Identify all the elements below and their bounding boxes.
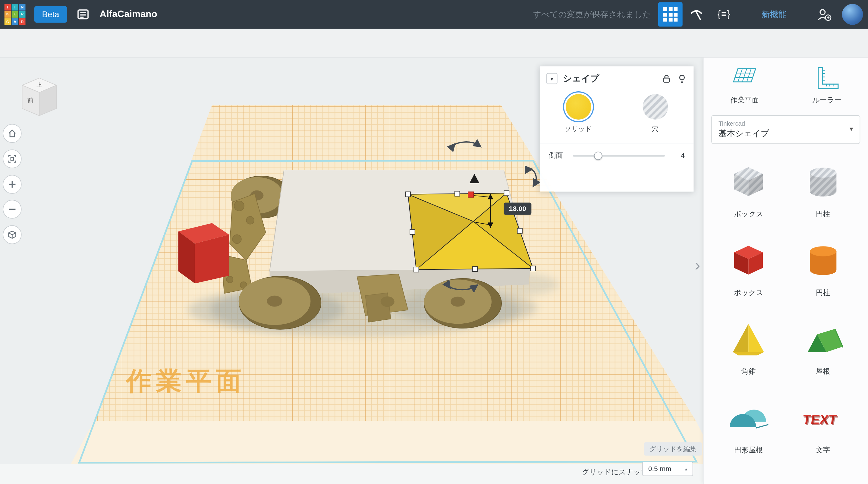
shape-label: ボックス: [734, 209, 764, 219]
sidebar-collapse-chevron[interactable]: ›: [695, 257, 700, 273]
snap-grid-label: グリッドにスナップ: [582, 465, 648, 480]
workplane-fade: [71, 421, 703, 464]
beta-button[interactable]: Beta: [34, 6, 67, 23]
red-box-shape[interactable]: [178, 223, 229, 283]
sides-value[interactable]: 4: [675, 151, 685, 160]
snap-grid-value: 0.5 mm: [643, 465, 684, 473]
sides-slider[interactable]: [573, 155, 665, 156]
viewcube-top-label: 上: [36, 82, 42, 88]
shape-tile-box-red[interactable]: ボックス: [715, 238, 782, 298]
new-features-link[interactable]: 新機能: [762, 0, 786, 29]
ruler-icon: [814, 65, 840, 91]
design-menu-icon[interactable]: [76, 8, 90, 21]
codeblocks-icon[interactable]: {≡}: [717, 0, 731, 29]
view-cube[interactable]: 上 前: [14, 72, 64, 122]
ruler-tool[interactable]: ルーラー: [786, 65, 868, 105]
ruler-tool-label: ルーラー: [812, 95, 841, 105]
slider-knob[interactable]: [594, 151, 602, 160]
shape-label: 円形屋根: [734, 445, 763, 455]
transparent-box-icon: [726, 159, 771, 204]
yellow-pyramid-icon: [726, 317, 771, 361]
save-status: すべての変更が保存されました: [533, 0, 651, 29]
logo-tile: A: [12, 19, 18, 25]
home-view-button[interactable]: [3, 124, 22, 143]
plus-icon: [8, 180, 17, 189]
workplane-tool[interactable]: 作業平面: [704, 65, 786, 105]
solid-option[interactable]: ソリッド: [540, 94, 617, 134]
fit-view-button[interactable]: [3, 149, 22, 168]
panel-collapse-button[interactable]: ▾: [547, 73, 558, 84]
action-toolbar: [0, 29, 868, 58]
shape-tile-text-red[interactable]: TEXT TEXT 文字: [790, 395, 856, 455]
hole-label: 穴: [652, 124, 658, 134]
car-left-wheel[interactable]: [239, 276, 321, 329]
zoom-in-button[interactable]: [3, 175, 22, 193]
logo-tile: D: [19, 19, 25, 25]
shape-label: 角錐: [741, 366, 756, 376]
hole-option[interactable]: 穴: [617, 94, 693, 134]
workplane-watermark: 作業平面: [125, 367, 246, 395]
solid-label: ソリッド: [564, 124, 592, 134]
shape-inspector-panel: ▾ シェイプ ソリッド 穴 側面: [540, 66, 694, 191]
fit-view-icon: [7, 154, 17, 164]
logo-tile: E: [12, 11, 18, 18]
shape-tile-cylinder-orange[interactable]: 円柱: [790, 238, 856, 298]
home-icon: [7, 128, 17, 138]
zoom-out-button[interactable]: [3, 200, 22, 218]
shape-label: 円柱: [816, 209, 830, 219]
app-window: T I N K E R C A D Beta AlfaCaimano すべての変…: [0, 0, 868, 484]
lock-icon[interactable]: [661, 73, 672, 84]
shape-tile-pyramid-yellow[interactable]: 角錐: [715, 317, 782, 376]
shape-label: 円柱: [816, 288, 830, 298]
shape-tile-box-transparent[interactable]: ボックス: [715, 159, 782, 219]
chevron-down-icon: ▾: [849, 125, 853, 133]
shape-gallery: ボックス 円柱 ボックス: [704, 159, 868, 455]
shape-tile-roof-green[interactable]: 屋根: [790, 317, 856, 376]
shape-tile-cylinder-transparent[interactable]: 円柱: [790, 159, 856, 219]
logo-tile: K: [4, 11, 11, 18]
tinkercad-logo[interactable]: T I N K E R C A D: [4, 4, 26, 25]
logo-tile: R: [19, 11, 25, 18]
snap-grid-select[interactable]: 0.5 mm ▲: [642, 462, 693, 476]
shape-label: 屋根: [816, 366, 830, 376]
grid-icon: [663, 7, 678, 22]
workplane-icon: [732, 65, 758, 91]
car-right-wheel[interactable]: [424, 278, 501, 328]
library-brand: Tinkercad: [718, 120, 853, 127]
logo-tile: I: [12, 4, 18, 10]
blocks-pickaxe-icon[interactable]: [689, 7, 704, 22]
green-roof-icon: [801, 317, 845, 361]
minus-icon: [8, 205, 17, 214]
panel-title: シェイプ: [563, 73, 656, 85]
user-avatar[interactable]: [842, 4, 863, 25]
sides-label: 側面: [549, 151, 563, 161]
design-title[interactable]: AlfaCaimano: [100, 0, 157, 29]
top-navbar: T I N K E R C A D Beta AlfaCaimano すべての変…: [0, 0, 868, 29]
library-name: 基本シェイプ: [718, 128, 853, 139]
transparent-cylinder-icon: [801, 159, 845, 204]
workplane-tool-label: 作業平面: [730, 95, 759, 105]
shape-tile-round-roof-cyan[interactable]: 円形屋根: [715, 395, 782, 455]
visibility-lightbulb-icon[interactable]: [677, 73, 687, 84]
viewcube-front-label: 前: [27, 97, 33, 104]
dimension-tooltip[interactable]: 18.00: [504, 203, 531, 215]
round-roof-icon: [726, 395, 771, 440]
snap-caret-icon: ▲: [684, 467, 692, 471]
orange-cylinder-icon: [801, 238, 845, 282]
logo-tile: N: [19, 4, 25, 10]
logo-tile: T: [4, 4, 11, 10]
active-handle[interactable]: [468, 192, 473, 197]
shapes-sidebar: › 作業平面 ルーラー Tinkercad 基本シェイプ ▾: [703, 58, 868, 484]
hole-swatch[interactable]: [643, 94, 668, 119]
perspective-cube-icon: [7, 230, 17, 240]
red-box-icon: [726, 238, 771, 282]
text-shape-icon: TEXT TEXT: [801, 395, 845, 440]
svg-text:18.00: 18.00: [509, 205, 526, 212]
invite-person-icon[interactable]: [816, 7, 831, 22]
shape-library-select[interactable]: Tinkercad 基本シェイプ ▾: [711, 115, 860, 144]
edit-grid-button[interactable]: グリッドを編集: [644, 443, 702, 456]
perspective-toggle-button[interactable]: [3, 225, 22, 244]
3d-editor-tab[interactable]: [658, 2, 683, 27]
shape-label: ボックス: [734, 288, 764, 298]
solid-swatch[interactable]: [565, 94, 591, 119]
